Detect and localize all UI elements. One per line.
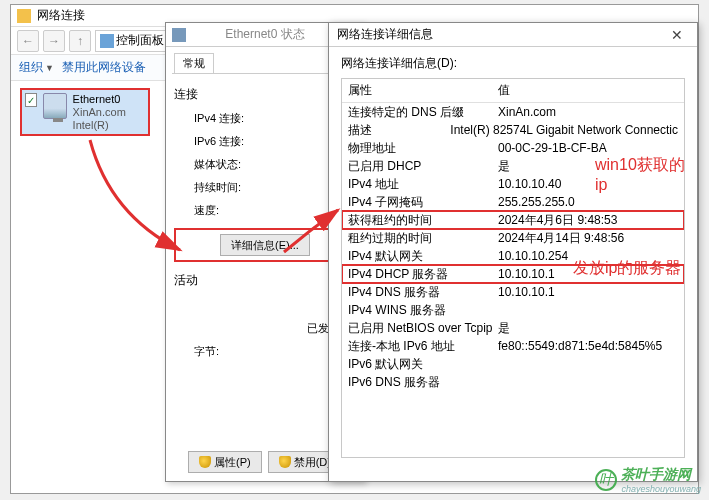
breadcrumb-icon <box>100 34 114 48</box>
details-row[interactable]: IPv4 WINS 服务器 <box>342 301 684 319</box>
details-row[interactable]: IPv4 DNS 服务器10.10.10.1 <box>342 283 684 301</box>
details-row[interactable]: 描述Intel(R) 82574L Gigabit Network Connec… <box>342 121 684 139</box>
adapter-text: Ethernet0 XinAn.com Intel(R) 82574L G <box>73 93 145 131</box>
watermark: 叶 茶叶手游网 chayeshouyouwang <box>595 466 701 494</box>
adapter-domain: XinAn.com <box>73 106 145 119</box>
status-title: Ethernet0 状态 <box>225 26 304 43</box>
details-row[interactable]: 连接-本地 IPv6 地址fe80::5549:d871:5e4d:5845%5 <box>342 337 684 355</box>
details-row[interactable]: 连接特定的 DNS 后缀XinAn.com <box>342 103 684 121</box>
annotation-dhcp-server: 发放ip的服务器 <box>573 258 681 278</box>
adapter-card-ethernet0[interactable]: ✓ Ethernet0 XinAn.com Intel(R) 82574L G <box>20 88 150 136</box>
col-header-property: 属性 <box>342 79 492 102</box>
breadcrumb-root[interactable]: 控制面板 <box>116 32 164 49</box>
nav-up-button[interactable]: ↑ <box>69 30 91 52</box>
annotation-win10-ip: win10获取的 ip <box>595 155 685 195</box>
details-titlebar: 网络连接详细信息 ✕ <box>329 23 697 47</box>
chevron-down-icon: ▼ <box>45 63 54 73</box>
watermark-logo-icon: 叶 <box>595 469 617 491</box>
label-speed: 速度: <box>194 203 219 218</box>
close-button[interactable]: ✕ <box>657 23 697 47</box>
label-bytes: 字节: <box>194 344 219 359</box>
details-row[interactable]: IPv4 子网掩码255.255.255.0 <box>342 193 684 211</box>
base-title: 网络连接 <box>37 7 85 24</box>
network-icon <box>172 28 186 42</box>
details-row[interactable]: 租约过期的时间2024年4月14日 9:48:56 <box>342 229 684 247</box>
details-subtitle: 网络连接详细信息(D): <box>329 47 697 76</box>
label-ipv4-conn: IPv4 连接: <box>194 111 244 126</box>
tab-general[interactable]: 常规 <box>174 53 214 73</box>
label-media-state: 媒体状态: <box>194 157 241 172</box>
nav-fwd-button[interactable]: → <box>43 30 65 52</box>
shield-icon <box>279 456 291 468</box>
close-icon: ✕ <box>671 27 683 43</box>
details-title: 网络连接详细信息 <box>337 26 433 43</box>
adapter-nic: Intel(R) 82574L G <box>73 119 145 131</box>
details-button[interactable]: 详细信息(E)... <box>220 234 310 256</box>
details-row[interactable]: 已启用 NetBIOS over Tcpip是 <box>342 319 684 337</box>
properties-button[interactable]: 属性(P) <box>188 451 262 473</box>
toolbar-organize[interactable]: 组织▼ <box>19 59 54 76</box>
label-duration: 持续时间: <box>194 180 241 195</box>
col-header-value: 值 <box>492 79 516 102</box>
details-row[interactable]: 获得租约的时间2024年4月6日 9:48:53 <box>342 211 684 229</box>
adapter-checkbox[interactable]: ✓ <box>25 93 37 107</box>
details-row[interactable]: IPv6 DNS 服务器 <box>342 373 684 391</box>
network-details-window: 网络连接详细信息 ✕ 网络连接详细信息(D): 属性 值 连接特定的 DNS 后… <box>328 22 698 482</box>
shield-icon <box>199 456 211 468</box>
details-header-row: 属性 值 <box>342 79 684 103</box>
details-row[interactable]: IPv6 默认网关 <box>342 355 684 373</box>
nav-back-button[interactable]: ← <box>17 30 39 52</box>
folder-icon <box>17 9 31 23</box>
label-ipv6-conn: IPv6 连接: <box>194 134 244 149</box>
adapter-name: Ethernet0 <box>73 93 145 106</box>
toolbar-disable-device[interactable]: 禁用此网络设备 <box>62 59 146 76</box>
network-adapter-icon <box>43 93 67 119</box>
